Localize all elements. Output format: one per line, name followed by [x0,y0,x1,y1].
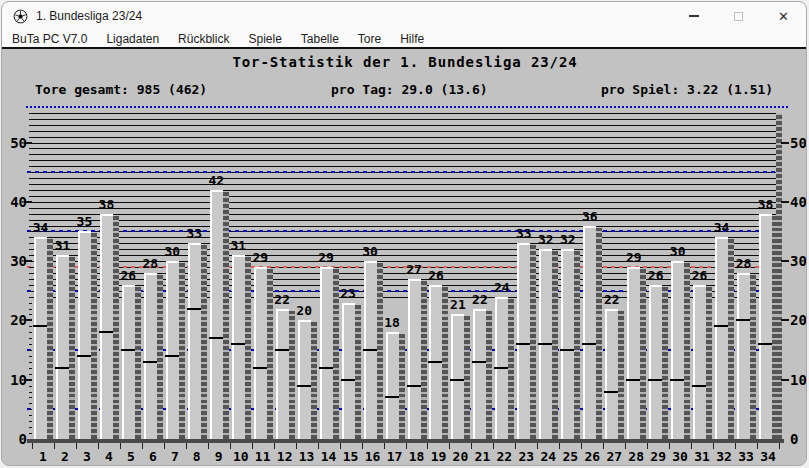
maximize-button[interactable] [716,2,761,30]
y-axis-unit-tick [29,314,32,315]
gridline [29,190,779,191]
x-axis-label: 20 [449,450,471,464]
title-bar[interactable]: 1. Bundesliga 23/24 ✕ [2,2,806,30]
soccer-ball-icon [12,8,28,24]
menu-item-tabelle[interactable]: Tabelle [301,32,339,46]
x-axis-tick [559,443,560,449]
y-axis-unit-tick [29,137,32,138]
x-axis-label: 12 [274,450,296,464]
menu-item-buta-pc[interactable]: BuTa PC V7.0 [12,32,87,46]
minimize-button[interactable] [671,2,716,30]
y-axis-unit-tick [29,119,32,120]
x-axis-tick [427,443,428,449]
bar-marker [209,337,223,339]
bar-shadow [47,239,53,439]
y-axis-label-right: 50 [790,135,807,151]
bar-value-label: 28 [732,256,756,271]
menu-item-tore[interactable]: Tore [358,32,381,46]
bar-marker [736,319,750,321]
menu-item-spiele[interactable]: Spiele [248,32,281,46]
y-axis-label-left: 30 [2,253,27,269]
bar-marker [231,343,245,345]
gridline [29,184,779,185]
x-axis-tick [186,443,187,449]
bar [759,214,772,439]
bar-marker [99,331,113,333]
x-axis-label: 27 [603,450,625,464]
bar-shadow [750,275,756,439]
y-axis-label-right: 30 [790,253,807,269]
x-axis-label: 25 [559,450,581,464]
y-axis-decade-tick [781,142,789,144]
x-axis-tick [76,443,77,449]
bar [276,309,289,439]
bar-value-label: 33 [182,226,206,241]
maximize-icon [734,12,743,21]
menu-item-rueckblick[interactable]: Rückblick [178,32,229,46]
y-axis-label-left: 40 [2,194,27,210]
x-axis-label: 26 [581,450,603,464]
bar-shadow [421,281,427,439]
bar-value-label: 29 [248,250,272,265]
bar-marker [253,367,267,369]
y-axis-unit-tick [29,421,32,422]
x-axis-tick [515,443,516,449]
x-axis-label: 6 [142,450,164,464]
bar-shadow [618,311,624,439]
bar-marker [121,349,135,351]
x-axis-label: 22 [493,450,515,464]
bar-shadow [311,322,317,439]
y-axis-unit-tick [29,190,32,191]
bar-value-label: 32 [556,232,580,247]
y-axis-unit-tick [29,350,32,351]
bar [451,314,464,439]
bar-value-label: 31 [50,238,74,253]
x-axis-tick [362,443,363,449]
bar-marker [363,349,377,351]
bar-value-label: 33 [512,226,536,241]
x-axis-tick [54,443,55,449]
x-axis-label: 2 [54,450,76,464]
menu-item-ligadaten[interactable]: Ligadaten [106,32,159,46]
x-axis-tick [537,443,538,449]
y-axis-unit-tick [29,160,32,161]
gridline [29,285,779,286]
window-title: 1. Bundesliga 23/24 [36,9,142,23]
bar-value-label: 22 [600,292,624,307]
dashed-blue-line [27,171,779,173]
y-axis-unit-tick [29,303,32,304]
bar-value-label: 36 [578,209,602,224]
app-window: 1. Bundesliga 23/24 ✕ BuTa PC V7.0 Ligad… [1,1,807,466]
x-axis-tick [471,443,472,449]
menu-item-hilfe[interactable]: Hilfe [400,32,424,46]
y-axis-unit-tick [29,285,32,286]
bar [561,249,574,439]
bar [649,285,662,439]
y-axis-unit-tick [29,184,32,185]
close-button[interactable]: ✕ [761,2,806,30]
gridline [29,214,779,215]
y-axis-unit-tick [29,291,32,292]
x-axis-tick [384,443,385,449]
x-axis-label: 18 [406,450,428,464]
bar [210,190,223,439]
x-axis-label: 19 [427,450,449,464]
bar-value-label: 38 [94,197,118,212]
bar-value-label: 26 [116,268,140,283]
gridline [29,166,779,167]
y-axis-unit-tick [29,172,32,173]
x-axis-tick [208,443,209,449]
bar-shadow [486,311,492,439]
bar [100,214,113,439]
y-axis-unit-tick [29,196,32,197]
y-axis-label-left: 10 [2,372,27,388]
x-axis-label: 1 [32,450,54,464]
menu-bar: BuTa PC V7.0 Ligadaten Rückblick Spiele … [2,30,806,47]
x-axis-label: 21 [471,450,493,464]
bar-shadow [289,311,295,439]
y-axis-unit-tick [29,178,32,179]
bar-shadow [552,251,558,439]
x-axis-label: 24 [537,450,559,464]
x-axis-tick [581,443,582,449]
gridline [29,226,779,227]
